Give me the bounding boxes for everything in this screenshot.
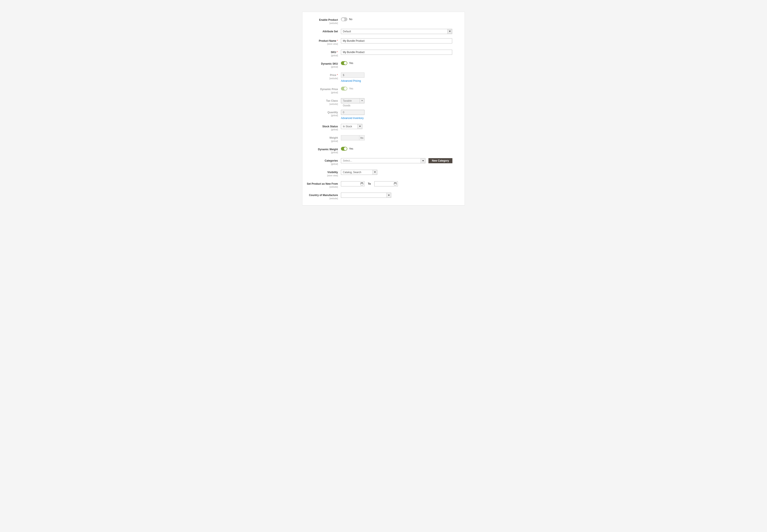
svg-rect-7 — [396, 182, 396, 183]
label-price: Price — [330, 74, 338, 77]
chevron-down-icon — [360, 98, 364, 103]
input-product-name[interactable] — [341, 38, 452, 43]
label-quantity: Quantity — [327, 111, 338, 114]
scope-enable-product: [website] — [307, 22, 338, 25]
scope-new-from: [website] — [307, 186, 338, 188]
field-attribute-set: Attribute Set Default — [307, 29, 458, 34]
calendar-icon[interactable] — [394, 182, 397, 185]
select-visibility-value: Catalog, Search — [341, 170, 372, 175]
field-stock-status: Stock Status [global] In Stock — [307, 124, 458, 131]
toggle-enable-product-state: No — [349, 18, 352, 21]
toggle-dynamic-weight[interactable] — [341, 147, 347, 151]
toggle-dynamic-price — [341, 87, 347, 91]
product-form-panel: Enable Product [website] No Attribute Se… — [302, 12, 465, 205]
field-visibility: Visibility [store view] Catalog, Search — [307, 170, 458, 177]
label-to: To — [366, 182, 373, 185]
field-dynamic-price: Dynamic Price [global] Yes — [307, 87, 458, 94]
scope-price: [website] — [307, 77, 338, 80]
field-enable-product: Enable Product [website] No — [307, 17, 458, 25]
link-advanced-pricing[interactable]: Advanced Pricing — [341, 79, 361, 82]
scope-product-name: [store view] — [307, 43, 338, 45]
chevron-down-icon — [421, 158, 425, 163]
field-quantity: Quantity [global] Advanced Inventory — [307, 110, 458, 120]
price-currency-symbol: $ — [343, 74, 344, 77]
scope-visibility: [store view] — [307, 174, 338, 177]
scope-sku: [global] — [307, 54, 338, 57]
field-weight: Weight [global] lbs — [307, 135, 458, 143]
calendar-icon[interactable] — [360, 182, 363, 185]
select-stock-status[interactable]: In Stock — [341, 124, 362, 129]
scope-tax-class: [website] — [307, 103, 338, 106]
weight-unit-label: lbs — [359, 135, 365, 140]
svg-rect-5 — [394, 183, 397, 183]
select-country[interactable] — [341, 193, 391, 198]
label-dynamic-sku: Dynamic SKU — [321, 62, 338, 65]
label-sku: SKU — [331, 51, 338, 54]
field-new-from: Set Product as New From [website] To — [307, 181, 458, 189]
label-categories: Categories — [325, 159, 338, 162]
scope-dynamic-weight: [global] — [307, 151, 338, 154]
toggle-dynamic-sku[interactable] — [341, 61, 347, 65]
select-tax-class-value: Taxable Goods — [341, 98, 360, 103]
label-dynamic-weight: Dynamic Weight — [318, 148, 338, 151]
input-quantity — [341, 110, 364, 115]
scope-country: [website] — [307, 197, 338, 200]
select-stock-status-value: In Stock — [341, 124, 357, 129]
svg-rect-2 — [361, 182, 361, 183]
field-tax-class: Tax Class [website] Taxable Goods — [307, 98, 458, 106]
svg-rect-1 — [361, 183, 363, 183]
scope-categories: [global] — [307, 163, 338, 165]
select-visibility[interactable]: Catalog, Search — [341, 170, 377, 175]
field-sku: SKU [global] — [307, 50, 458, 57]
select-categories-placeholder: Select... — [341, 158, 421, 163]
label-stock-status: Stock Status — [322, 125, 338, 128]
input-sku[interactable] — [341, 50, 452, 55]
field-categories: Categories [global] Select... New Catego… — [307, 158, 458, 165]
label-new-from: Set Product as New From — [307, 182, 338, 185]
svg-rect-6 — [394, 182, 395, 183]
scope-quantity: [global] — [307, 114, 338, 117]
toggle-dynamic-price-state: Yes — [349, 87, 353, 90]
link-advanced-inventory[interactable]: Advanced Inventory — [341, 117, 364, 120]
label-weight: Weight — [329, 136, 338, 139]
select-attribute-set-value: Default — [341, 29, 447, 34]
scope-dynamic-price: [global] — [307, 91, 338, 94]
select-attribute-set[interactable]: Default — [341, 29, 452, 34]
scope-stock-status: [global] — [307, 128, 338, 131]
field-product-name: Product Name [store view] — [307, 38, 458, 46]
label-dynamic-price: Dynamic Price — [320, 88, 338, 91]
input-weight — [341, 135, 359, 140]
toggle-dynamic-weight-state: Yes — [349, 147, 353, 150]
label-visibility: Visibility — [327, 171, 338, 174]
field-dynamic-sku: Dynamic SKU [global] Yes — [307, 61, 458, 68]
select-categories[interactable]: Select... — [341, 158, 425, 163]
label-country: Country of Manufacture — [309, 194, 338, 197]
chevron-down-icon — [447, 29, 452, 34]
scope-dynamic-sku: [global] — [307, 66, 338, 68]
toggle-enable-product[interactable] — [341, 17, 347, 21]
label-tax-class: Tax Class — [326, 99, 338, 102]
field-dynamic-weight: Dynamic Weight [global] Yes — [307, 147, 458, 154]
input-price: $ — [341, 73, 364, 78]
chevron-down-icon — [372, 170, 377, 175]
new-category-button[interactable]: New Category — [428, 158, 452, 163]
select-tax-class: Taxable Goods — [341, 98, 364, 103]
chevron-down-icon — [357, 124, 362, 129]
chevron-down-icon — [386, 193, 391, 198]
select-country-value — [341, 193, 386, 198]
field-country: Country of Manufacture [website] — [307, 193, 458, 200]
toggle-dynamic-sku-state: Yes — [349, 62, 353, 65]
label-enable-product: Enable Product — [319, 18, 338, 21]
svg-rect-3 — [363, 182, 363, 183]
scope-weight: [global] — [307, 140, 338, 143]
label-product-name: Product Name — [319, 39, 338, 42]
label-attribute-set: Attribute Set — [323, 30, 338, 33]
field-price: Price [website] $ Advanced Pricing — [307, 73, 458, 82]
